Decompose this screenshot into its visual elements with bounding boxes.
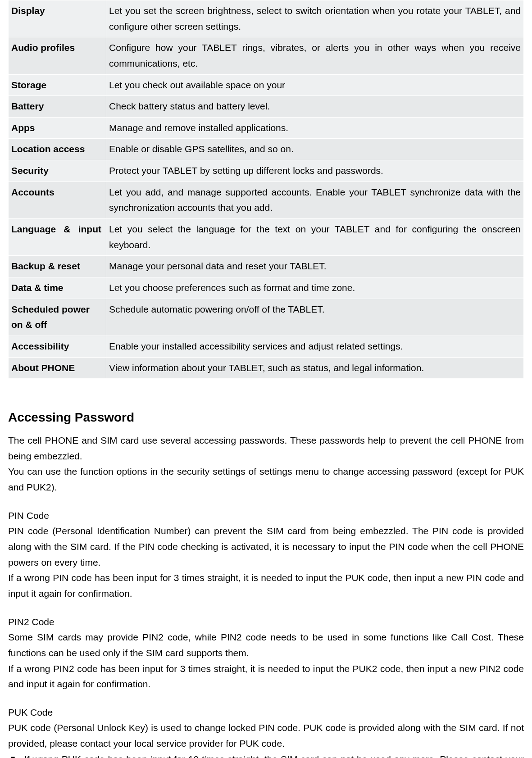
list-item: If wrong PUK code has been input for 10 … [8, 752, 524, 758]
document-page: DisplayLet you set the screen brightness… [0, 0, 532, 758]
setting-name: Display [9, 0, 106, 37]
setting-name: Storage [9, 74, 106, 96]
setting-desc: Let you set the screen brightness, selec… [106, 0, 524, 37]
table-row: AccessibilityEnable your installed acces… [9, 336, 524, 357]
setting-desc: Let you choose preferences such as forma… [106, 277, 524, 299]
setting-name: Security [9, 160, 106, 182]
setting-name: Audio profiles [9, 37, 106, 74]
table-row: Language & inputLet you select the langu… [9, 219, 524, 256]
setting-name: Language & input [9, 219, 106, 256]
pin-p2: If a wrong PIN code has been input for 3… [8, 570, 524, 601]
table-row: AppsManage and remove installed applicat… [9, 117, 524, 139]
table-row: AccountsLet you add, and manage supporte… [9, 182, 524, 218]
puk-bullet-list: If wrong PUK code has been input for 10 … [8, 752, 524, 758]
settings-table-body: DisplayLet you set the screen brightness… [9, 0, 524, 379]
table-row: Data & timeLet you choose preferences su… [9, 277, 524, 299]
setting-name: Data & time [9, 277, 106, 299]
setting-name: Apps [9, 117, 106, 139]
setting-name: Backup & reset [9, 256, 106, 277]
pin2-p1: Some SIM cards may provide PIN2 code, wh… [8, 630, 524, 661]
setting-name: Scheduled power on & off [9, 299, 106, 336]
setting-desc: Check battery status and battery level. [106, 96, 524, 118]
table-row: Audio profilesConfigure how your TABLET … [9, 37, 524, 74]
setting-desc: Configure how your TABLET rings, vibrate… [106, 37, 524, 74]
pin2-title: PIN2 Code [8, 614, 524, 630]
settings-table: DisplayLet you set the screen brightness… [8, 0, 524, 379]
setting-name: Battery [9, 96, 106, 118]
section-heading: Accessing Password [8, 410, 524, 425]
setting-name: Accounts [9, 182, 106, 218]
spacer [8, 495, 524, 508]
table-row: Location accessEnable or disable GPS sat… [9, 139, 524, 160]
intro-p1: The cell PHONE and SIM card use several … [8, 433, 524, 464]
table-row: BatteryCheck battery status and battery … [9, 96, 524, 118]
spacer [8, 692, 524, 705]
table-row: DisplayLet you set the screen brightness… [9, 0, 524, 37]
setting-desc: Let you select the language for the text… [106, 219, 524, 256]
pin2-p2: If a wrong PIN2 code has been input for … [8, 661, 524, 692]
pin-block: PIN code (Personal Identification Number… [8, 523, 524, 601]
setting-desc: Manage and remove installed applications… [106, 117, 524, 139]
table-row: Scheduled power on & offSchedule automat… [9, 299, 524, 336]
setting-desc: View information about your TABLET, such… [106, 357, 524, 379]
table-row: SecurityProtect your TABLET by setting u… [9, 160, 524, 182]
setting-name: Location access [9, 139, 106, 160]
setting-desc: Enable or disable GPS satellites, and so… [106, 139, 524, 160]
table-row: StorageLet you check out available space… [9, 74, 524, 96]
puk-block: PUK code (Personal Unlock Key) is used t… [8, 720, 524, 751]
setting-desc: Let you add, and manage supported accoun… [106, 182, 524, 218]
setting-desc: Protect your TABLET by setting up differ… [106, 160, 524, 182]
setting-desc: Schedule automatic powering on/off of th… [106, 299, 524, 336]
intro-p2: You can use the function options in the … [8, 464, 524, 495]
setting-desc: Manage your personal data and reset your… [106, 256, 524, 277]
puk-title: PUK Code [8, 705, 524, 721]
setting-desc: Let you check out available space on you… [106, 74, 524, 96]
setting-desc: Enable your installed accessibility serv… [106, 336, 524, 357]
table-row: About PHONEView information about your T… [9, 357, 524, 379]
pin-p1: PIN code (Personal Identification Number… [8, 523, 524, 570]
table-row: Backup & resetManage your personal data … [9, 256, 524, 277]
spacer [8, 602, 524, 614]
setting-name: About PHONE [9, 357, 106, 379]
pin-title: PIN Code [8, 508, 524, 524]
puk-p1: PUK code (Personal Unlock Key) is used t… [8, 720, 524, 751]
setting-name: Accessibility [9, 336, 106, 357]
pin2-block: Some SIM cards may provide PIN2 code, wh… [8, 630, 524, 692]
intro-block: The cell PHONE and SIM card use several … [8, 433, 524, 495]
